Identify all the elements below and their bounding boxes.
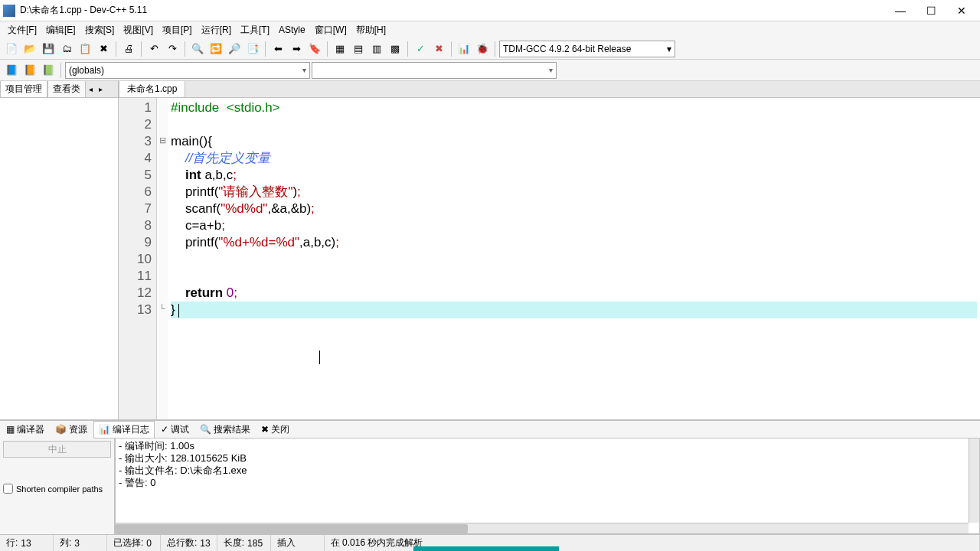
separator bbox=[495, 41, 495, 57]
separator bbox=[265, 41, 266, 57]
horizontal-scrollbar[interactable] bbox=[116, 523, 969, 533]
menu-item[interactable]: 运行[R] bbox=[197, 22, 236, 38]
toggle-button[interactable]: 📗 bbox=[40, 62, 57, 79]
tab-icon: 📦 bbox=[55, 424, 67, 435]
compiler-select[interactable]: TDM-GCC 4.9.2 64-bit Release ▾ bbox=[499, 41, 675, 57]
tab-icon: ▦ bbox=[6, 424, 15, 435]
app-icon bbox=[3, 5, 15, 17]
menu-item[interactable]: AStyle bbox=[274, 23, 310, 37]
insert-button[interactable]: 📙 bbox=[21, 62, 38, 79]
code-text[interactable]: #include <stdio.h>main(){ //首先定义变量 int a… bbox=[168, 98, 980, 419]
separator bbox=[141, 41, 142, 57]
menubar: 文件[F]编辑[E]搜索[S]视图[V]项目[P]运行[R]工具[T]AStyl… bbox=[0, 21, 980, 38]
open-file-button[interactable]: 📂 bbox=[21, 41, 38, 57]
editor-tabs: 未命名1.cpp bbox=[119, 81, 980, 98]
sidebar-tab-classes[interactable]: 查看类 bbox=[47, 81, 86, 98]
shorten-paths-label: Shorten compiler paths bbox=[16, 484, 103, 494]
fold-column[interactable]: ⊟ └ bbox=[157, 98, 168, 419]
sidebar-tab-project[interactable]: 项目管理 bbox=[0, 81, 47, 98]
main-area: 项目管理 查看类 ◂ ▸ 未命名1.cpp 12345678910111213 … bbox=[0, 81, 980, 419]
grid1-button[interactable]: ▦ bbox=[332, 41, 348, 57]
tab-label: 关闭 bbox=[271, 423, 289, 436]
tab-label: 调试 bbox=[171, 423, 189, 436]
tab-nav-right[interactable]: ▸ bbox=[96, 85, 106, 93]
menu-item[interactable]: 文件[F] bbox=[3, 22, 41, 38]
maximize-button[interactable]: ☐ bbox=[916, 2, 946, 20]
editor-tab-file[interactable]: 未命名1.cpp bbox=[119, 81, 185, 98]
bottom-content: 中止 Shorten compiler paths - 编译时间: 1.00s-… bbox=[0, 438, 980, 534]
bookmark-button[interactable]: 🔖 bbox=[306, 41, 323, 57]
tab-label: 资源 bbox=[69, 423, 87, 436]
bottom-tab[interactable]: 📊编译日志 bbox=[93, 421, 155, 439]
bottom-tabs: ▦编译器📦资源📊编译日志✓调试🔍搜索结果✖关闭 bbox=[0, 421, 980, 438]
nav-fwd-button[interactable]: ➡ bbox=[288, 41, 305, 57]
code-editor[interactable]: 12345678910111213 ⊟ └ #include <stdio.h>… bbox=[119, 98, 980, 419]
new-project-button[interactable]: 📘 bbox=[3, 62, 20, 79]
save-button[interactable]: 💾 bbox=[40, 41, 57, 57]
undo-button[interactable]: ↶ bbox=[145, 41, 162, 57]
stop-compile-button[interactable]: ✖ bbox=[430, 41, 447, 57]
shorten-paths-checkbox[interactable]: Shorten compiler paths bbox=[3, 484, 111, 494]
status-length: 长度: 185 bbox=[217, 535, 271, 551]
find-button[interactable]: 🔍 bbox=[189, 41, 206, 57]
profile-button[interactable]: 📊 bbox=[456, 41, 472, 57]
separator bbox=[60, 63, 61, 78]
menu-item[interactable]: 工具[T] bbox=[236, 22, 274, 38]
compile-output[interactable]: - 编译时间: 1.00s- 输出大小: 128.1015625 KiB- 输出… bbox=[115, 438, 980, 534]
print-button[interactable]: 🖨 bbox=[120, 41, 137, 57]
tab-icon: 📊 bbox=[99, 424, 110, 435]
redo-button[interactable]: ↷ bbox=[164, 41, 181, 57]
chevron-down-icon: ▾ bbox=[667, 44, 671, 54]
scrollbar-thumb[interactable] bbox=[116, 524, 468, 533]
status-line-value: 13 bbox=[21, 538, 31, 549]
status-sel-label: 已选择: bbox=[113, 536, 143, 549]
bottom-tab[interactable]: ✖关闭 bbox=[256, 422, 294, 438]
scope-combo[interactable]: (globals) ▾ bbox=[65, 62, 310, 79]
tab-icon: ✖ bbox=[261, 424, 269, 435]
close-window-button[interactable]: ✕ bbox=[946, 2, 977, 20]
bottom-tab[interactable]: 📦资源 bbox=[51, 422, 92, 438]
vertical-scrollbar[interactable] bbox=[969, 439, 979, 523]
bottom-tab[interactable]: 🔍搜索结果 bbox=[195, 422, 255, 438]
shorten-paths-input[interactable] bbox=[3, 484, 13, 494]
save-all-button[interactable]: 🗂 bbox=[58, 41, 75, 57]
editor-panel: 未命名1.cpp 12345678910111213 ⊟ └ #include … bbox=[119, 81, 980, 419]
abort-button[interactable]: 中止 bbox=[3, 441, 111, 458]
replace-button[interactable]: 🔁 bbox=[207, 41, 224, 57]
minimize-button[interactable]: — bbox=[885, 2, 916, 20]
menu-item[interactable]: 搜索[S] bbox=[80, 22, 119, 38]
tab-nav-left[interactable]: ◂ bbox=[86, 85, 96, 93]
menu-item[interactable]: 视图[V] bbox=[119, 22, 158, 38]
menu-item[interactable]: 帮助[H] bbox=[351, 22, 390, 38]
menu-item[interactable]: 编辑[E] bbox=[41, 22, 80, 38]
window-title: D:\未命名1.cpp - Dev-C++ 5.11 bbox=[20, 4, 885, 17]
status-len-value: 185 bbox=[247, 538, 263, 549]
scope-combo-value: (globals) bbox=[69, 65, 104, 76]
grid2-button[interactable]: ▤ bbox=[350, 41, 367, 57]
status-col: 列: 3 bbox=[54, 535, 107, 551]
bottom-tab[interactable]: ✓调试 bbox=[156, 422, 194, 438]
status-total-label: 总行数: bbox=[167, 536, 197, 549]
status-line-label: 行: bbox=[6, 536, 18, 549]
debug-button[interactable]: 🐞 bbox=[474, 41, 491, 57]
find-in-files-button[interactable]: 🔎 bbox=[226, 41, 243, 57]
close-file-button[interactable]: ✖ bbox=[95, 41, 112, 57]
status-parse-value: 在 0.016 秒内完成解析 bbox=[331, 536, 423, 549]
goto-button[interactable]: 📑 bbox=[244, 41, 261, 57]
menu-item[interactable]: 项目[P] bbox=[158, 22, 197, 38]
grid3-button[interactable]: ▥ bbox=[368, 41, 385, 57]
status-sel-value: 0 bbox=[146, 538, 152, 549]
function-combo[interactable]: ▾ bbox=[312, 62, 557, 79]
grid4-button[interactable]: ▩ bbox=[387, 41, 403, 57]
bottom-tab[interactable]: ▦编译器 bbox=[2, 422, 49, 438]
titlebar: D:\未命名1.cpp - Dev-C++ 5.11 — ☐ ✕ bbox=[0, 0, 980, 21]
status-line: 行: 13 bbox=[0, 535, 54, 551]
tab-label: 搜索结果 bbox=[214, 423, 250, 436]
menu-item[interactable]: 窗口[W] bbox=[310, 22, 351, 38]
new-file-button[interactable]: 📄 bbox=[3, 41, 20, 57]
separator bbox=[185, 41, 185, 57]
status-total-value: 13 bbox=[200, 538, 210, 549]
nav-back-button[interactable]: ⬅ bbox=[270, 41, 286, 57]
save-as-button[interactable]: 📋 bbox=[77, 41, 93, 57]
compile-button[interactable]: ✓ bbox=[412, 41, 429, 57]
